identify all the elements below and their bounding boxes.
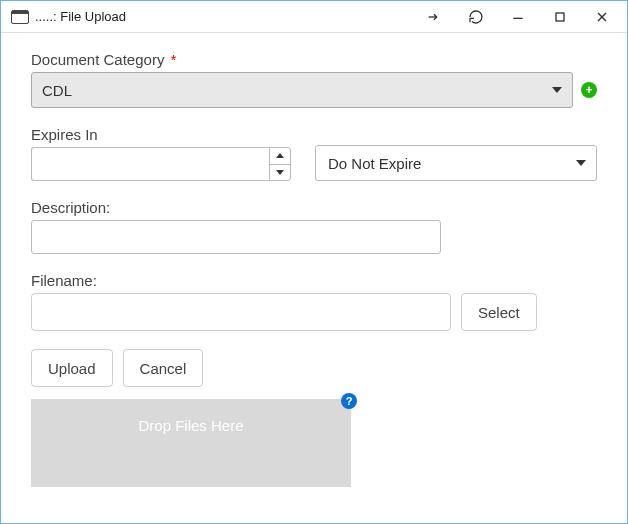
expires-in-label: Expires In	[31, 126, 291, 143]
help-icon[interactable]: ?	[341, 393, 357, 409]
document-category-label: Document Category *	[31, 51, 597, 68]
upload-button[interactable]: Upload	[31, 349, 113, 387]
close-button[interactable]	[581, 2, 623, 32]
expires-in-input[interactable]	[31, 147, 269, 181]
required-mark: *	[171, 51, 177, 68]
expires-unit-value: Do Not Expire	[328, 155, 421, 172]
form-body: Document Category * CDL + Expires In	[1, 33, 627, 523]
expires-step-up[interactable]	[270, 148, 290, 165]
maximize-button[interactable]	[539, 2, 581, 32]
chevron-down-icon	[276, 170, 284, 175]
pin-icon[interactable]	[413, 2, 455, 32]
expires-unit-select[interactable]: Do Not Expire	[315, 145, 597, 181]
document-category-select[interactable]: CDL	[31, 72, 573, 108]
window-icon	[11, 10, 29, 24]
chevron-up-icon	[276, 153, 284, 158]
plus-icon: +	[585, 84, 592, 96]
select-file-button[interactable]: Select	[461, 293, 537, 331]
dropzone-text: Drop Files Here	[138, 417, 243, 434]
chevron-down-icon	[552, 87, 562, 93]
svg-rect-1	[556, 13, 564, 21]
file-dropzone[interactable]: Drop Files Here ?	[31, 399, 351, 487]
add-category-button[interactable]: +	[581, 82, 597, 98]
document-category-value: CDL	[42, 82, 72, 99]
filename-input[interactable]	[31, 293, 451, 331]
window-title: .....: File Upload	[35, 9, 126, 24]
description-input[interactable]	[31, 220, 441, 254]
cancel-button[interactable]: Cancel	[123, 349, 204, 387]
expires-step-down[interactable]	[270, 165, 290, 181]
chevron-down-icon	[576, 160, 586, 166]
window-titlebar: .....: File Upload	[1, 1, 627, 33]
document-category-label-text: Document Category	[31, 51, 164, 68]
description-label: Description:	[31, 199, 597, 216]
filename-label: Filename:	[31, 272, 597, 289]
minimize-button[interactable]	[497, 2, 539, 32]
refresh-icon[interactable]	[455, 2, 497, 32]
